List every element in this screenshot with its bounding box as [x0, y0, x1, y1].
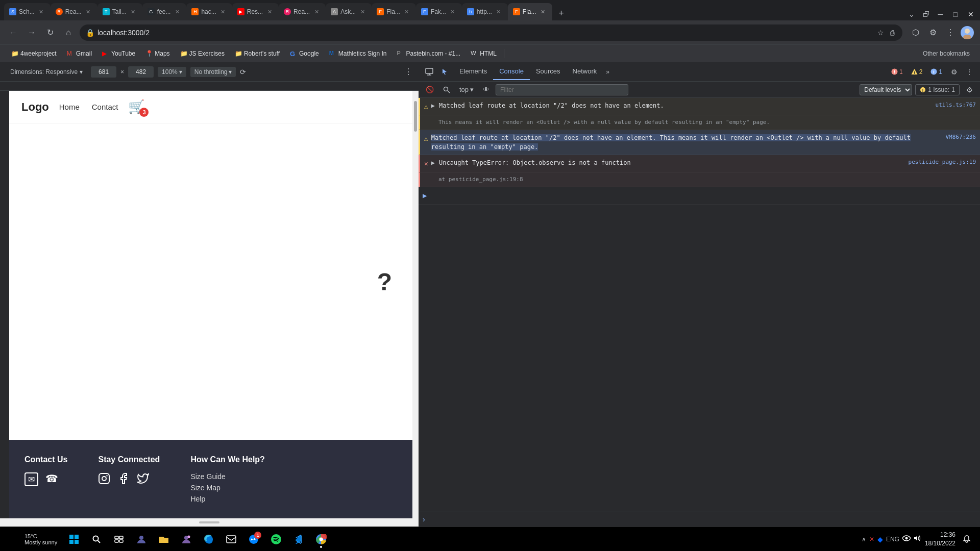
- back-button[interactable]: ←: [6, 26, 20, 40]
- taskbar-weather[interactable]: 🌤 15°C Mostly sunny: [6, 531, 61, 548]
- bookmark-youtube[interactable]: ▶ YouTube: [98, 48, 139, 59]
- minimize-button[interactable]: ─: [936, 8, 945, 20]
- devtools-tab-console[interactable]: Console: [493, 63, 530, 80]
- tray-arrow[interactable]: ∧: [862, 536, 866, 543]
- vscode-button[interactable]: [289, 530, 308, 549]
- devtools-dots-icon[interactable]: ⋮: [963, 65, 976, 79]
- nav-home[interactable]: Home: [59, 103, 80, 111]
- tray-volume-icon[interactable]: [914, 535, 921, 543]
- tab-overflow-chevron[interactable]: ⌄: [906, 8, 917, 20]
- console-filter-btn[interactable]: [440, 85, 453, 95]
- extensions-icon[interactable]: ⬡: [909, 26, 923, 40]
- footer-email-icon[interactable]: ✉: [24, 472, 38, 486]
- console-prompt[interactable]: ›: [419, 512, 980, 527]
- forward-button[interactable]: →: [24, 26, 39, 40]
- devtools-settings-icon[interactable]: ⚙: [947, 65, 961, 79]
- console-settings-gear[interactable]: ⚙: [963, 83, 976, 96]
- bookmark-roberts-stuff[interactable]: 📁 Robert's stuff: [231, 48, 284, 59]
- tab-1[interactable]: S Sch... ✕: [4, 3, 51, 20]
- settings-dots-icon[interactable]: ⋮: [943, 26, 958, 40]
- rotate-icon[interactable]: ⟳: [240, 68, 246, 76]
- tab-5[interactable]: H hac... ✕: [186, 3, 232, 20]
- notifications-button[interactable]: [960, 532, 974, 546]
- bookmark-pastebin[interactable]: P Pastebin.com - #1...: [393, 48, 464, 59]
- device-selector[interactable]: Dimensions: Responsive ▾: [6, 66, 87, 78]
- console-clear-btn[interactable]: 🚫: [423, 84, 437, 95]
- tab-2[interactable]: R Rea... ✕: [51, 3, 97, 20]
- tab-close-5[interactable]: ✕: [219, 8, 227, 16]
- warn-count[interactable]: ! 2: [908, 67, 926, 77]
- tab-9[interactable]: F Fla... ✕: [372, 3, 416, 20]
- tab-close-7[interactable]: ✕: [312, 8, 321, 16]
- tab-close-2[interactable]: ✕: [84, 8, 92, 16]
- profile-avatar[interactable]: [961, 26, 974, 39]
- mail-button[interactable]: [222, 530, 241, 549]
- bookmark-gmail[interactable]: M Gmail: [63, 48, 96, 59]
- devtools-tab-network[interactable]: Network: [567, 63, 603, 80]
- file-explorer-button[interactable]: [154, 530, 174, 549]
- restore-button[interactable]: 🗗: [921, 8, 932, 20]
- console-level-select[interactable]: Default levels: [860, 84, 912, 95]
- bookmark-maps[interactable]: 📍 Maps: [141, 48, 174, 59]
- console-message-link-3[interactable]: pesticide_page.js:19: [909, 158, 976, 167]
- twitter-icon[interactable]: [137, 472, 149, 488]
- bookmark-html[interactable]: W HTML: [467, 48, 501, 59]
- taskview-button[interactable]: [109, 530, 129, 549]
- share-icon[interactable]: ⎙: [888, 27, 896, 39]
- tab-4[interactable]: G fee... ✕: [142, 3, 187, 20]
- issues-button[interactable]: ! 1 Issue: 1: [915, 84, 960, 95]
- error-count[interactable]: ! 1: [888, 67, 906, 77]
- devtools-cursor-icon[interactable]: [438, 65, 451, 79]
- nav-contact[interactable]: Contact: [92, 103, 118, 111]
- address-box[interactable]: 🔒 localhost:3000/2 ☆ ⎙: [80, 24, 902, 41]
- bookmark-star-icon[interactable]: ☆: [875, 27, 886, 39]
- taskbar-time[interactable]: 12:36 18/10/2022: [925, 531, 955, 548]
- devtools-tab-more[interactable]: »: [603, 64, 612, 80]
- devtools-tab-sources[interactable]: Sources: [530, 63, 567, 80]
- teams-purple-button[interactable]: [177, 530, 196, 549]
- bookmark-mathletics[interactable]: M Mathletics Sign In: [325, 48, 391, 59]
- console-message-link-2[interactable]: VM867:236: [945, 133, 976, 142]
- reload-button[interactable]: ↻: [43, 26, 57, 40]
- instagram-icon[interactable]: [98, 472, 110, 488]
- tab-8[interactable]: A Ask... ✕: [326, 3, 372, 20]
- tab-close-10[interactable]: ✕: [449, 8, 457, 16]
- tab-close-3[interactable]: ✕: [129, 8, 137, 16]
- zoom-selector[interactable]: 100% ▾: [158, 67, 186, 77]
- dimension-height-input[interactable]: [128, 66, 154, 78]
- tab-close-4[interactable]: ✕: [173, 8, 181, 16]
- devtools-inspect-icon[interactable]: [423, 65, 436, 79]
- maximize-button[interactable]: □: [951, 8, 960, 20]
- teams-button[interactable]: [132, 530, 151, 549]
- bookmark-js-exercises[interactable]: 📁 JS Exercises: [176, 48, 229, 59]
- tab-11[interactable]: h http... ✕: [462, 3, 508, 20]
- other-bookmarks[interactable]: Other bookmarks: [920, 48, 973, 59]
- console-eye-btn[interactable]: 👁: [480, 84, 493, 95]
- footer-phone-icon[interactable]: ☎: [45, 472, 58, 486]
- responsive-more-icon[interactable]: ⋮: [404, 67, 412, 77]
- bookmark-google[interactable]: G Google: [286, 48, 323, 59]
- chrome-button[interactable]: [311, 530, 331, 549]
- tab-close-1[interactable]: ✕: [37, 8, 45, 16]
- devtools-tab-elements[interactable]: Elements: [453, 63, 493, 80]
- taskbar-search-button[interactable]: [87, 530, 106, 549]
- tab-7[interactable]: R Rea... ✕: [279, 3, 326, 20]
- viewport-scrollbar[interactable]: [412, 91, 419, 518]
- console-message-link-1[interactable]: utils.ts:767: [936, 101, 976, 110]
- tab-12-active[interactable]: F Fla... ✕: [508, 3, 552, 20]
- home-button[interactable]: ⌂: [61, 26, 76, 40]
- info-count[interactable]: i 1: [927, 67, 945, 77]
- footer-size-guide[interactable]: Size Guide: [190, 472, 265, 481]
- tray-lang[interactable]: ENG: [886, 536, 899, 543]
- messenger-button[interactable]: 1: [244, 530, 263, 549]
- facebook-icon[interactable]: [117, 472, 130, 488]
- console-prompt-input[interactable]: [428, 516, 976, 523]
- tab-close-11[interactable]: ✕: [495, 8, 503, 16]
- new-tab-button[interactable]: +: [554, 6, 569, 20]
- scrollbar-thumb[interactable]: [414, 101, 417, 132]
- close-button[interactable]: ✕: [966, 8, 976, 20]
- viewport-resize-handle[interactable]: [0, 518, 419, 527]
- tab-close-8[interactable]: ✕: [358, 8, 366, 16]
- tab-3[interactable]: T Tail... ✕: [97, 3, 142, 20]
- footer-size-map[interactable]: Size Map: [190, 484, 265, 492]
